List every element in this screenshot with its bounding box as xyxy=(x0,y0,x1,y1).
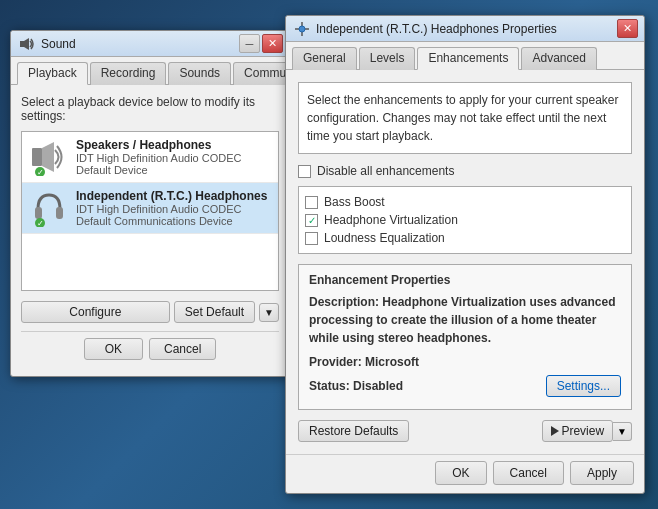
props-ok-row: OK Cancel Apply xyxy=(286,454,644,493)
sound-cancel-button[interactable]: Cancel xyxy=(149,338,216,360)
svg-point-10 xyxy=(299,26,305,32)
props-description-box: Select the enhancements to apply for you… xyxy=(298,82,632,154)
sound-buttons-row: Configure Set Default ▼ xyxy=(21,301,279,323)
enhancement-item-loudness[interactable]: Loudness Equalization xyxy=(305,229,625,247)
device-headphones-name: Independent (R.T.C.) Headphones xyxy=(76,189,270,203)
sound-title-controls: ─ ✕ xyxy=(239,34,283,53)
props-apply-button[interactable]: Apply xyxy=(570,461,634,485)
props-titlebar-icon xyxy=(294,21,310,37)
bassboost-label: Bass Boost xyxy=(324,195,385,209)
svg-text:✓: ✓ xyxy=(37,168,44,176)
disable-all-row: Disable all enhancements xyxy=(298,164,632,178)
props-status-row: Status: Disabled Settings... xyxy=(309,375,621,397)
device-headphones-sub: IDT High Definition Audio CODEC xyxy=(76,203,270,215)
sound-dialog: Sound ─ ✕ Playback Recording Sounds Comm… xyxy=(10,30,290,377)
props-dialog-title: Independent (R.T.C.) Headphones Properti… xyxy=(316,22,557,36)
preview-group: Preview ▼ xyxy=(542,420,632,442)
svg-text:✓: ✓ xyxy=(37,219,44,227)
props-provider-row: Provider: Microsoft xyxy=(309,353,621,371)
speaker-icon: ✓ xyxy=(30,138,68,176)
props-tab-advanced[interactable]: Advanced xyxy=(521,47,596,70)
svg-marker-1 xyxy=(24,38,29,50)
disable-all-checkbox[interactable] xyxy=(298,165,311,178)
play-icon xyxy=(551,426,559,436)
props-tab-levels[interactable]: Levels xyxy=(359,47,416,70)
preview-button[interactable]: Preview xyxy=(542,420,613,442)
device-speakers-default: Default Device xyxy=(76,164,270,176)
props-dialog: Independent (R.T.C.) Headphones Properti… xyxy=(285,15,645,494)
svg-rect-2 xyxy=(32,148,42,166)
sound-tab-bar: Playback Recording Sounds Communications xyxy=(11,57,289,85)
restore-defaults-button[interactable]: Restore Defaults xyxy=(298,420,409,442)
props-status-value: Disabled xyxy=(353,379,403,393)
props-tab-general[interactable]: General xyxy=(292,47,357,70)
sound-ok-button[interactable]: OK xyxy=(84,338,143,360)
svg-rect-0 xyxy=(20,41,24,47)
enhancement-props-title: Enhancement Properties xyxy=(309,273,621,287)
headphone-icon: ✓ xyxy=(30,189,68,227)
disable-all-label: Disable all enhancements xyxy=(317,164,454,178)
device-headphones-info: Independent (R.T.C.) Headphones IDT High… xyxy=(76,189,270,227)
enhancement-list: Bass Boost ✓ Headphone Virtualization Lo… xyxy=(298,186,632,254)
set-default-dropdown-button[interactable]: ▼ xyxy=(259,303,279,322)
props-close-button[interactable]: ✕ xyxy=(617,19,638,38)
device-item-headphones[interactable]: ✓ Independent (R.T.C.) Headphones IDT Hi… xyxy=(22,183,278,234)
virtualization-checkbox[interactable]: ✓ xyxy=(305,214,318,227)
props-title-bar: Independent (R.T.C.) Headphones Properti… xyxy=(286,16,644,42)
sound-close-button[interactable]: ✕ xyxy=(262,34,283,53)
bassboost-checkbox[interactable] xyxy=(305,196,318,209)
props-description-row: Description: Headphone Virtualization us… xyxy=(309,293,621,347)
enhancement-item-bassboost[interactable]: Bass Boost xyxy=(305,193,625,211)
sound-minimize-button[interactable]: ─ xyxy=(239,34,260,53)
sound-tab-recording[interactable]: Recording xyxy=(90,62,167,85)
device-speakers-info: Speakers / Headphones IDT High Definitio… xyxy=(76,138,270,176)
preview-dropdown-button[interactable]: ▼ xyxy=(613,422,632,441)
sound-tab-playback[interactable]: Playback xyxy=(17,62,88,85)
svg-rect-6 xyxy=(35,207,42,219)
virtualization-label: Headphone Virtualization xyxy=(324,213,458,227)
props-action-row: Restore Defaults Preview ▼ xyxy=(298,420,632,442)
sound-title-bar: Sound ─ ✕ xyxy=(11,31,289,57)
device-speakers-name: Speakers / Headphones xyxy=(76,138,270,152)
props-cancel-button[interactable]: Cancel xyxy=(493,461,564,485)
props-provider-value: Microsoft xyxy=(365,355,419,369)
sound-dialog-title: Sound xyxy=(41,37,76,51)
props-tab-enhancements[interactable]: Enhancements xyxy=(417,47,519,70)
props-status-label: Status: xyxy=(309,379,350,393)
settings-button[interactable]: Settings... xyxy=(546,375,621,397)
loudness-label: Loudness Equalization xyxy=(324,231,445,245)
sound-device-list: ✓ Speakers / Headphones IDT High Definit… xyxy=(21,131,279,291)
props-ok-button[interactable]: OK xyxy=(435,461,486,485)
sound-bottom-row: OK Cancel xyxy=(21,331,279,366)
enhancement-props-box: Enhancement Properties Description: Head… xyxy=(298,264,632,410)
enhancement-item-virtualization[interactable]: ✓ Headphone Virtualization xyxy=(305,211,625,229)
sound-tab-sounds[interactable]: Sounds xyxy=(168,62,231,85)
preview-label: Preview xyxy=(561,424,604,438)
device-item-speakers[interactable]: ✓ Speakers / Headphones IDT High Definit… xyxy=(22,132,278,183)
props-tab-bar: General Levels Enhancements Advanced xyxy=(286,42,644,70)
sound-section-label: Select a playback device below to modify… xyxy=(21,95,279,123)
props-provider-label: Provider: xyxy=(309,355,362,369)
device-headphones-default: Default Communications Device xyxy=(76,215,270,227)
configure-button[interactable]: Configure xyxy=(21,301,170,323)
device-speakers-sub: IDT High Definition Audio CODEC xyxy=(76,152,270,164)
set-default-button[interactable]: Set Default xyxy=(174,301,255,323)
svg-rect-7 xyxy=(56,207,63,219)
props-description-label: Description: xyxy=(309,295,379,309)
loudness-checkbox[interactable] xyxy=(305,232,318,245)
props-title-controls: ✕ xyxy=(617,19,638,38)
sound-titlebar-icon xyxy=(19,36,35,52)
